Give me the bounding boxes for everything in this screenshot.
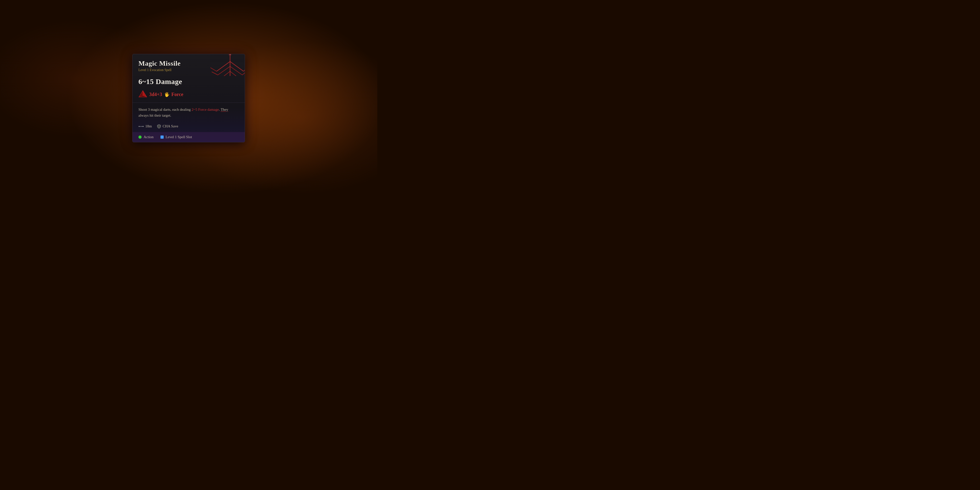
action-icon	[138, 135, 142, 139]
card-header: Magic Missile Level 1 Evocation Spell	[132, 54, 245, 76]
save-label: CHA Save	[163, 124, 178, 128]
svg-point-18	[229, 54, 231, 55]
stats-row: 18m CHA Save	[132, 122, 245, 132]
dice-row: 3d4+3 🖐 Force	[132, 90, 245, 102]
damage-value: 6~15 Damage	[138, 78, 239, 86]
range-stat: 18m	[138, 124, 152, 128]
spell-name: Magic Missile	[138, 59, 239, 67]
svg-point-25	[139, 126, 140, 127]
dice-formula: 3d4+3	[149, 92, 162, 97]
range-value: 18m	[145, 124, 152, 128]
spell-slot-item: Level 1 Spell Slot	[161, 135, 192, 139]
svg-point-28	[143, 126, 143, 127]
card-footer: Action Level 1 Spell Slot	[132, 132, 245, 142]
description-period: .	[219, 108, 221, 111]
description-they: They	[221, 108, 228, 111]
action-label: Action	[143, 135, 154, 139]
spell-slot-label: Level 1 Spell Slot	[165, 135, 192, 139]
description-highlight: 2~5 Force damage	[192, 108, 219, 111]
force-hand-icon: 🖐	[164, 92, 170, 97]
range-icon	[138, 124, 144, 128]
shield-icon	[157, 124, 161, 129]
svg-point-26	[140, 126, 141, 127]
description-end: always hit their target.	[138, 113, 171, 117]
svg-line-12	[243, 68, 245, 71]
svg-point-27	[142, 126, 142, 127]
spell-tooltip-card: Magic Missile Level 1 Evocation Spell 6~…	[132, 54, 245, 142]
spell-subtitle: Level 1 Evocation Spell	[138, 68, 239, 72]
description-text: Shoot 3 magical darts, each dealing 2~5 …	[138, 107, 239, 118]
spell-slot-icon	[161, 135, 164, 139]
save-stat: CHA Save	[157, 124, 178, 129]
dice-icon	[138, 90, 147, 99]
force-label: Force	[172, 92, 183, 97]
damage-section: 6~15 Damage	[132, 76, 245, 88]
action-item: Action	[138, 135, 154, 139]
description-section: Shoot 3 magical darts, each dealing 2~5 …	[132, 103, 245, 122]
svg-line-13	[242, 72, 245, 75]
description-start: Shoot 3 magical darts, each dealing	[138, 108, 192, 111]
svg-line-10	[212, 72, 218, 75]
